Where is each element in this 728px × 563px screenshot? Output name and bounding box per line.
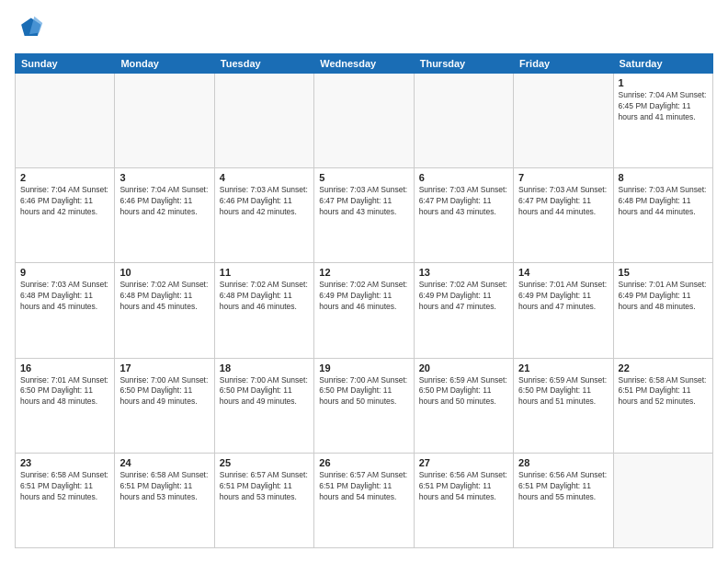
day-info: Sunrise: 6:59 AM Sunset: 6:50 PM Dayligh…	[518, 375, 608, 408]
day-info: Sunrise: 7:03 AM Sunset: 6:46 PM Dayligh…	[220, 185, 309, 218]
day-info: Sunrise: 6:56 AM Sunset: 6:51 PM Dayligh…	[518, 470, 608, 503]
calendar-cell: 27Sunrise: 6:56 AM Sunset: 6:51 PM Dayli…	[414, 453, 513, 547]
day-info: Sunrise: 6:57 AM Sunset: 6:51 PM Dayligh…	[319, 470, 408, 503]
col-header-thursday: Thursday	[414, 54, 513, 74]
page: SundayMondayTuesdayWednesdayThursdayFrid…	[0, 0, 728, 563]
calendar-cell: 16Sunrise: 7:01 AM Sunset: 6:50 PM Dayli…	[16, 358, 115, 453]
col-header-friday: Friday	[514, 54, 613, 74]
day-number: 20	[419, 362, 508, 373]
calendar-week-3: 16Sunrise: 7:01 AM Sunset: 6:50 PM Dayli…	[16, 358, 713, 453]
calendar-week-4: 23Sunrise: 6:58 AM Sunset: 6:51 PM Dayli…	[16, 453, 713, 547]
day-number: 7	[518, 172, 608, 183]
calendar-cell: 25Sunrise: 6:57 AM Sunset: 6:51 PM Dayli…	[214, 453, 313, 547]
calendar-cell: 5Sunrise: 7:03 AM Sunset: 6:47 PM Daylig…	[314, 168, 414, 263]
day-number: 19	[319, 362, 408, 373]
logo-icon	[15, 15, 44, 44]
day-info: Sunrise: 6:58 AM Sunset: 6:51 PM Dayligh…	[119, 470, 209, 503]
day-info: Sunrise: 7:02 AM Sunset: 6:48 PM Dayligh…	[220, 280, 309, 313]
day-number: 15	[619, 267, 708, 278]
calendar-cell: 9Sunrise: 7:03 AM Sunset: 6:48 PM Daylig…	[16, 263, 115, 358]
calendar-cell: 24Sunrise: 6:58 AM Sunset: 6:51 PM Dayli…	[115, 453, 214, 547]
day-number: 25	[220, 457, 309, 468]
calendar-cell: 10Sunrise: 7:02 AM Sunset: 6:48 PM Dayli…	[115, 263, 214, 358]
logo	[15, 15, 48, 44]
calendar-cell: 2Sunrise: 7:04 AM Sunset: 6:46 PM Daylig…	[16, 168, 115, 263]
calendar-table: SundayMondayTuesdayWednesdayThursdayFrid…	[15, 53, 713, 548]
day-info: Sunrise: 7:02 AM Sunset: 6:48 PM Dayligh…	[119, 280, 209, 313]
day-info: Sunrise: 7:02 AM Sunset: 6:49 PM Dayligh…	[419, 280, 508, 313]
day-info: Sunrise: 7:03 AM Sunset: 6:48 PM Dayligh…	[20, 280, 109, 313]
calendar-cell	[16, 74, 115, 168]
calendar-cell	[514, 74, 613, 168]
day-number: 8	[619, 172, 708, 183]
day-number: 23	[20, 457, 109, 468]
calendar-cell: 4Sunrise: 7:03 AM Sunset: 6:46 PM Daylig…	[214, 168, 313, 263]
day-info: Sunrise: 7:03 AM Sunset: 6:48 PM Dayligh…	[619, 185, 708, 218]
day-number: 2	[20, 172, 109, 183]
day-info: Sunrise: 7:03 AM Sunset: 6:47 PM Dayligh…	[419, 185, 508, 218]
calendar-header-row: SundayMondayTuesdayWednesdayThursdayFrid…	[16, 54, 713, 74]
calendar-cell: 18Sunrise: 7:00 AM Sunset: 6:50 PM Dayli…	[214, 358, 313, 453]
calendar-cell: 3Sunrise: 7:04 AM Sunset: 6:46 PM Daylig…	[115, 168, 214, 263]
day-number: 1	[619, 77, 708, 88]
calendar-week-1: 2Sunrise: 7:04 AM Sunset: 6:46 PM Daylig…	[16, 168, 713, 263]
day-info: Sunrise: 7:00 AM Sunset: 6:50 PM Dayligh…	[319, 375, 408, 408]
calendar-cell: 13Sunrise: 7:02 AM Sunset: 6:49 PM Dayli…	[414, 263, 513, 358]
calendar-cell: 17Sunrise: 7:00 AM Sunset: 6:50 PM Dayli…	[115, 358, 214, 453]
day-number: 14	[518, 267, 608, 278]
calendar-cell: 1Sunrise: 7:04 AM Sunset: 6:45 PM Daylig…	[613, 74, 712, 168]
day-info: Sunrise: 6:56 AM Sunset: 6:51 PM Dayligh…	[419, 470, 508, 503]
day-info: Sunrise: 7:03 AM Sunset: 6:47 PM Dayligh…	[319, 185, 408, 218]
day-number: 11	[220, 267, 309, 278]
day-number: 9	[20, 267, 109, 278]
day-number: 10	[119, 267, 209, 278]
calendar-cell: 14Sunrise: 7:01 AM Sunset: 6:49 PM Dayli…	[514, 263, 613, 358]
calendar-cell: 22Sunrise: 6:58 AM Sunset: 6:51 PM Dayli…	[613, 358, 712, 453]
day-number: 6	[419, 172, 508, 183]
calendar-cell: 15Sunrise: 7:01 AM Sunset: 6:49 PM Dayli…	[613, 263, 712, 358]
calendar-cell	[115, 74, 214, 168]
day-number: 17	[119, 362, 209, 373]
day-info: Sunrise: 7:00 AM Sunset: 6:50 PM Dayligh…	[220, 375, 309, 408]
day-info: Sunrise: 7:01 AM Sunset: 6:49 PM Dayligh…	[619, 280, 708, 313]
day-number: 26	[319, 457, 408, 468]
calendar-week-2: 9Sunrise: 7:03 AM Sunset: 6:48 PM Daylig…	[16, 263, 713, 358]
calendar-cell	[214, 74, 313, 168]
calendar-cell	[613, 453, 712, 547]
col-header-sunday: Sunday	[16, 54, 115, 74]
calendar-cell: 11Sunrise: 7:02 AM Sunset: 6:48 PM Dayli…	[214, 263, 313, 358]
day-info: Sunrise: 7:04 AM Sunset: 6:46 PM Dayligh…	[119, 185, 209, 218]
day-info: Sunrise: 7:04 AM Sunset: 6:46 PM Dayligh…	[20, 185, 109, 218]
day-info: Sunrise: 6:58 AM Sunset: 6:51 PM Dayligh…	[20, 470, 109, 503]
day-number: 3	[119, 172, 209, 183]
calendar-week-0: 1Sunrise: 7:04 AM Sunset: 6:45 PM Daylig…	[16, 74, 713, 168]
day-number: 21	[518, 362, 608, 373]
day-number: 24	[119, 457, 209, 468]
col-header-saturday: Saturday	[613, 54, 712, 74]
calendar-cell: 12Sunrise: 7:02 AM Sunset: 6:49 PM Dayli…	[314, 263, 414, 358]
day-number: 28	[518, 457, 608, 468]
day-number: 12	[319, 267, 408, 278]
day-info: Sunrise: 7:00 AM Sunset: 6:50 PM Dayligh…	[119, 375, 209, 408]
col-header-monday: Monday	[115, 54, 214, 74]
day-info: Sunrise: 6:59 AM Sunset: 6:50 PM Dayligh…	[419, 375, 508, 408]
col-header-wednesday: Wednesday	[314, 54, 414, 74]
day-info: Sunrise: 7:04 AM Sunset: 6:45 PM Dayligh…	[619, 90, 708, 123]
calendar-cell: 19Sunrise: 7:00 AM Sunset: 6:50 PM Dayli…	[314, 358, 414, 453]
calendar-cell: 23Sunrise: 6:58 AM Sunset: 6:51 PM Dayli…	[16, 453, 115, 547]
day-info: Sunrise: 6:57 AM Sunset: 6:51 PM Dayligh…	[220, 470, 309, 503]
day-number: 18	[220, 362, 309, 373]
day-number: 4	[220, 172, 309, 183]
calendar-cell: 7Sunrise: 7:03 AM Sunset: 6:47 PM Daylig…	[514, 168, 613, 263]
day-info: Sunrise: 7:01 AM Sunset: 6:50 PM Dayligh…	[20, 375, 109, 408]
day-number: 13	[419, 267, 508, 278]
calendar-cell: 8Sunrise: 7:03 AM Sunset: 6:48 PM Daylig…	[613, 168, 712, 263]
calendar-cell	[414, 74, 513, 168]
calendar-cell: 26Sunrise: 6:57 AM Sunset: 6:51 PM Dayli…	[314, 453, 414, 547]
day-number: 27	[419, 457, 508, 468]
calendar-cell: 21Sunrise: 6:59 AM Sunset: 6:50 PM Dayli…	[514, 358, 613, 453]
calendar-cell: 28Sunrise: 6:56 AM Sunset: 6:51 PM Dayli…	[514, 453, 613, 547]
day-info: Sunrise: 7:02 AM Sunset: 6:49 PM Dayligh…	[319, 280, 408, 313]
header	[15, 15, 713, 44]
day-number: 5	[319, 172, 408, 183]
